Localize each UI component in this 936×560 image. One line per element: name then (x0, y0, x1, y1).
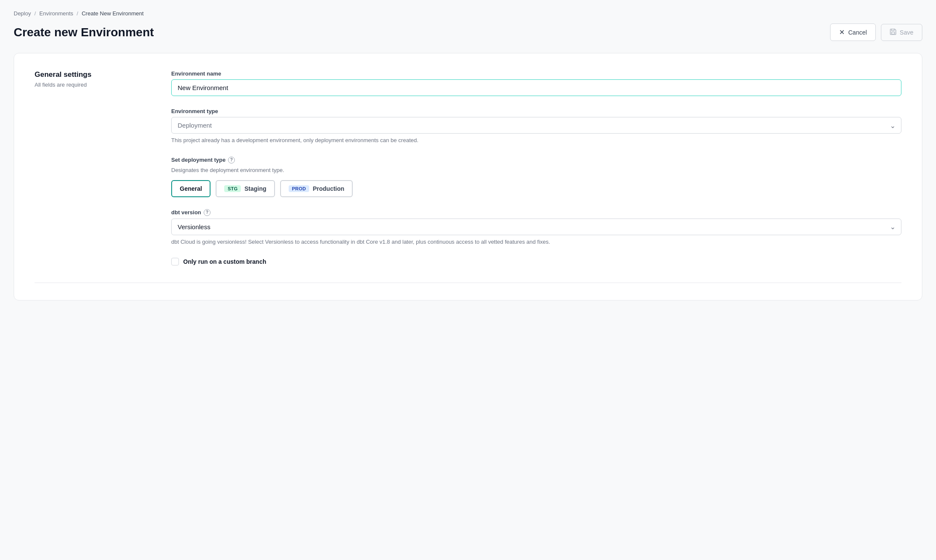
breadcrumb: Deploy / Environments / Create New Envir… (14, 10, 922, 17)
main-card: General settings All fields are required… (14, 53, 922, 300)
save-button[interactable]: Save (881, 24, 922, 41)
stg-badge: STG (224, 185, 241, 192)
section-divider (35, 283, 901, 283)
breadcrumb-sep-2: / (77, 10, 79, 17)
env-type-hint: This project already has a development e… (171, 136, 901, 145)
deployment-type-staging-button[interactable]: STG Staging (216, 180, 275, 197)
form-fields: Environment name Environment type Deploy… (171, 70, 901, 265)
dbt-version-help-icon[interactable]: ? (204, 209, 211, 216)
section-subtitle: All fields are required (35, 82, 154, 88)
cancel-button[interactable]: ✕ Cancel (830, 23, 876, 41)
env-name-label: Environment name (171, 70, 901, 77)
general-label: General (180, 185, 202, 192)
dbt-version-label-text: dbt version (171, 209, 201, 216)
dbt-version-label: dbt version ? (171, 209, 901, 216)
dbt-version-hint: dbt Cloud is going versionless! Select V… (171, 238, 901, 246)
breadcrumb-sep-1: / (34, 10, 36, 17)
deployment-type-hint: Designates the deployment environment ty… (171, 167, 901, 173)
deployment-type-options: General STG Staging PROD Production (171, 180, 901, 197)
svg-rect-0 (892, 32, 895, 34)
deployment-type-label: Set deployment type ? (171, 157, 901, 163)
production-label: Production (313, 185, 344, 192)
close-icon: ✕ (839, 28, 845, 36)
dbt-version-select-wrapper: Versionless ⌄ (171, 219, 901, 235)
section-info: General settings All fields are required (35, 70, 154, 265)
deployment-type-label-text: Set deployment type (171, 157, 225, 163)
save-label: Save (900, 29, 913, 36)
breadcrumb-environments[interactable]: Environments (39, 10, 73, 17)
save-icon (890, 29, 896, 36)
env-type-select[interactable]: Deployment (171, 117, 901, 134)
section-title: General settings (35, 70, 154, 79)
deployment-type-production-button[interactable]: PROD Production (280, 180, 353, 197)
deployment-type-group: Set deployment type ? Designates the dep… (171, 157, 901, 197)
staging-label: Staging (244, 185, 266, 192)
env-type-select-wrapper: Deployment ⌄ (171, 117, 901, 134)
custom-branch-checkbox[interactable] (171, 258, 179, 265)
breadcrumb-current: Create New Environment (82, 10, 143, 17)
env-type-field-group: Environment type Deployment ⌄ This proje… (171, 108, 901, 145)
page-title: Create new Environment (14, 26, 154, 39)
breadcrumb-deploy[interactable]: Deploy (14, 10, 31, 17)
deployment-type-general-button[interactable]: General (171, 180, 211, 197)
header-actions: ✕ Cancel Save (830, 23, 922, 41)
custom-branch-label: Only run on a custom branch (183, 258, 266, 265)
env-name-field-group: Environment name (171, 70, 901, 96)
custom-branch-row[interactable]: Only run on a custom branch (171, 258, 901, 265)
form-layout: General settings All fields are required… (35, 70, 901, 265)
cancel-label: Cancel (848, 29, 867, 36)
dbt-version-field-group: dbt version ? Versionless ⌄ dbt Cloud is… (171, 209, 901, 246)
prod-badge: PROD (289, 185, 310, 192)
dbt-version-select[interactable]: Versionless (171, 219, 901, 235)
env-name-input[interactable] (171, 79, 901, 96)
env-type-label: Environment type (171, 108, 901, 114)
deployment-type-help-icon[interactable]: ? (228, 157, 235, 163)
page-header: Create new Environment ✕ Cancel Save (14, 23, 922, 41)
